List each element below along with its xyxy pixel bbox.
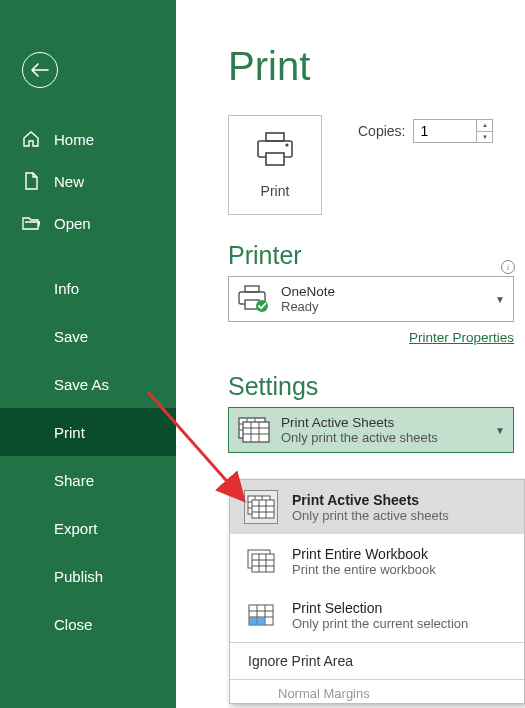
chevron-down-icon: ▼ — [495, 294, 505, 305]
margins-cut-label: Normal Margins — [230, 680, 524, 703]
option-title: Print Active Sheets — [292, 492, 449, 508]
svg-point-3 — [285, 143, 288, 146]
print-what-popup: Print Active Sheets Only print the activ… — [229, 479, 525, 704]
svg-rect-39 — [249, 617, 265, 625]
option-sub: Only print the active sheets — [292, 508, 449, 523]
printer-name: OneNote — [281, 284, 485, 299]
nav-label: New — [54, 173, 84, 190]
svg-point-7 — [256, 300, 268, 312]
option-sub: Only print the current selection — [292, 616, 468, 631]
open-icon — [22, 214, 40, 232]
copies-spinner[interactable]: ▲ ▼ — [413, 119, 493, 143]
active-sheets-icon — [244, 490, 278, 524]
svg-rect-13 — [243, 422, 269, 442]
nav-save-as[interactable]: Save As — [0, 360, 176, 408]
printer-ready-icon — [237, 285, 271, 313]
nav-label: Open — [54, 215, 91, 232]
back-button[interactable] — [22, 52, 58, 88]
settings-heading: Settings — [228, 372, 525, 401]
copies-input[interactable] — [414, 123, 470, 139]
page-title: Print — [228, 44, 525, 89]
svg-rect-29 — [252, 554, 274, 572]
workbook-icon — [244, 544, 278, 578]
home-icon — [22, 130, 40, 148]
backstage-sidebar: Home New Open Info Save Save As Print Sh… — [0, 0, 176, 708]
printer-heading: Printer — [228, 241, 525, 270]
nav-info[interactable]: Info — [0, 264, 176, 312]
new-icon — [22, 172, 40, 190]
nav-share[interactable]: Share — [0, 456, 176, 504]
printer-dropdown[interactable]: OneNote Ready ▼ — [228, 276, 514, 322]
printer-status: Ready — [281, 299, 485, 314]
nav-home[interactable]: Home — [0, 118, 176, 160]
nav-label: Home — [54, 131, 94, 148]
option-entire-workbook[interactable]: Print Entire Workbook Print the entire w… — [230, 534, 524, 588]
selection-icon — [244, 598, 278, 632]
svg-rect-4 — [245, 286, 259, 292]
nav-open[interactable]: Open — [0, 202, 176, 244]
active-sheets-icon — [237, 416, 271, 444]
chevron-down-icon: ▼ — [495, 425, 505, 436]
option-title: Print Selection — [292, 600, 468, 616]
option-selection[interactable]: Print Selection Only print the current s… — [230, 588, 524, 642]
nav-print[interactable]: Print — [0, 408, 176, 456]
print-what-dropdown[interactable]: Print Active Sheets Only print the activ… — [228, 407, 514, 453]
nav-close[interactable]: Close — [0, 600, 176, 648]
svg-rect-23 — [252, 500, 274, 518]
option-ignore-print-area[interactable]: Ignore Print Area — [230, 643, 524, 679]
nav-save[interactable]: Save — [0, 312, 176, 360]
svg-rect-2 — [266, 153, 284, 165]
dropdown-sub: Only print the active sheets — [281, 430, 485, 445]
spin-up[interactable]: ▲ — [477, 120, 492, 132]
dropdown-title: Print Active Sheets — [281, 415, 485, 430]
spin-down[interactable]: ▼ — [477, 132, 492, 143]
svg-rect-0 — [266, 133, 284, 141]
option-title: Print Entire Workbook — [292, 546, 436, 562]
info-icon[interactable]: i — [501, 260, 515, 274]
nav-new[interactable]: New — [0, 160, 176, 202]
printer-icon — [254, 131, 296, 169]
print-button[interactable]: Print — [228, 115, 322, 215]
printer-properties-link[interactable]: Printer Properties — [409, 330, 514, 345]
print-button-label: Print — [261, 183, 290, 199]
option-active-sheets[interactable]: Print Active Sheets Only print the activ… — [230, 480, 524, 534]
option-sub: Print the entire workbook — [292, 562, 436, 577]
copies-label: Copies: — [358, 123, 405, 139]
nav-export[interactable]: Export — [0, 504, 176, 552]
nav-publish[interactable]: Publish — [0, 552, 176, 600]
